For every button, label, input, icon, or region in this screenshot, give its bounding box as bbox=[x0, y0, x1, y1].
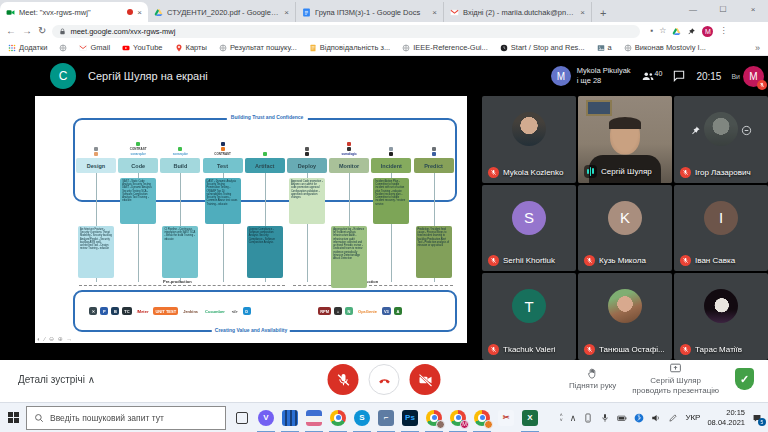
tool-badge: ✕ bbox=[89, 307, 97, 315]
volume-icon[interactable] bbox=[651, 413, 661, 423]
stage-header: Incident bbox=[371, 158, 411, 173]
pin-icon[interactable] bbox=[690, 122, 701, 140]
bookmark-10[interactable]: Виконав Mostoviy I... bbox=[624, 43, 706, 52]
bookmark-star-icon[interactable]: ☆ bbox=[659, 27, 666, 35]
tab-close-icon[interactable]: × bbox=[137, 8, 142, 17]
participant-name: Serhii Khortiuk bbox=[503, 256, 555, 265]
participants-count-button[interactable]: 40 bbox=[641, 69, 663, 83]
chat-button[interactable] bbox=[672, 69, 686, 83]
bookmark-4[interactable]: Карты bbox=[175, 43, 207, 52]
close-window-button[interactable]: × bbox=[738, 0, 768, 18]
stage-code: CONTRASTsonarqubeCodeSAST - Static Code … bbox=[117, 122, 159, 288]
chrome-icon bbox=[330, 410, 346, 426]
forward-icon[interactable]: → bbox=[22, 26, 32, 36]
taskbar-search-input[interactable]: Введіть пошуковий запит тут bbox=[26, 406, 226, 430]
tab-close-icon[interactable]: × bbox=[432, 8, 437, 17]
camera-toggle-button[interactable] bbox=[410, 364, 441, 395]
bookmark-1[interactable] bbox=[59, 44, 67, 52]
maximize-button[interactable]: ☐ bbox=[708, 0, 738, 18]
browser-tab-2[interactable]: Група ІПЗМ(з)-1 - Google Docs× bbox=[296, 2, 444, 22]
remove-from-layout-icon[interactable] bbox=[741, 122, 752, 140]
taskbar-app-snipping-tool[interactable]: ✂ bbox=[494, 403, 518, 432]
taskbar-app-floppy-app[interactable] bbox=[302, 403, 326, 432]
bookmark-5[interactable]: Результат пошуку... bbox=[219, 43, 297, 52]
stage-monitor: sumologicMonitorAggregation log - Eviden… bbox=[328, 122, 370, 288]
language-indicator[interactable]: УКР bbox=[685, 413, 700, 422]
antivirus-shield-icon[interactable]: ✓ bbox=[735, 368, 754, 390]
battery-icon[interactable] bbox=[617, 413, 627, 423]
taskbar-app-movie-app[interactable] bbox=[278, 403, 302, 432]
browser-tab-3[interactable]: Вхідні (2) - mariia.dutchak@pnu...× bbox=[444, 2, 592, 22]
back-icon[interactable]: ← bbox=[6, 26, 16, 36]
presenting-status[interactable]: Сергій Шулярпроводить презентацію bbox=[632, 362, 719, 396]
participant-tile-5[interactable]: IІван Савка bbox=[674, 185, 768, 272]
taskbar-app-remote-desktop-app[interactable]: ⌐ bbox=[374, 403, 398, 432]
browser-tab-1[interactable]: СТУДЕНТИ_2020.pdf - Google Д...× bbox=[148, 2, 296, 22]
bookmark-label: YouTube bbox=[133, 43, 162, 52]
taskbar-app-chrome[interactable] bbox=[326, 403, 350, 432]
browser-menu-icon[interactable]: ⋮ bbox=[719, 27, 727, 35]
bookmark-6[interactable]: Відповідальність з... bbox=[309, 43, 390, 52]
drive-extension-icon[interactable] bbox=[672, 27, 681, 36]
tool-badge: /Meter bbox=[135, 307, 151, 315]
bluetooth-icon[interactable] bbox=[634, 413, 644, 423]
participant-tile-8[interactable]: Тарас Матіїв bbox=[674, 273, 768, 360]
reload-icon[interactable]: ↻ bbox=[38, 26, 46, 36]
search-placeholder: Введіть пошуковий запит тут bbox=[50, 413, 164, 423]
taskbar-app-chrome-profile-2[interactable]: M bbox=[446, 403, 470, 432]
participant-tile-3[interactable]: SSerhii Khortiuk bbox=[482, 185, 576, 272]
stage-detail-box: Prediction / Incident feed cause - Proce… bbox=[416, 226, 452, 278]
bookmarks-overflow-icon[interactable]: » bbox=[755, 43, 760, 53]
muted-mic-icon bbox=[680, 167, 691, 178]
meeting-details-button[interactable]: Деталі зустрічі ∧ bbox=[18, 374, 95, 385]
minimize-button[interactable]: — bbox=[678, 0, 708, 18]
stage-deploy: DeployApproved Code promotion - Anyone c… bbox=[286, 122, 328, 288]
bookmark-8[interactable]: Start / Stop and Res... bbox=[500, 43, 585, 52]
browser-profile-avatar[interactable]: M bbox=[702, 26, 713, 37]
new-tab-button[interactable]: + bbox=[600, 7, 606, 19]
taskbar-app-chrome-profile-3[interactable] bbox=[470, 403, 494, 432]
taskbar-app-photoshop[interactable]: Ps bbox=[398, 403, 422, 432]
bookmark-9[interactable]: a bbox=[597, 43, 612, 52]
raise-hand-button[interactable]: Підняти руку bbox=[569, 367, 616, 391]
extensions-pin-icon[interactable] bbox=[687, 27, 696, 36]
participant-tile-7[interactable]: Танюша Остафі... bbox=[578, 273, 672, 360]
excel-icon: X bbox=[522, 410, 538, 426]
address-bar[interactable]: meet.google.com/xvx-rgws-mwj bbox=[52, 25, 640, 38]
stage-logos bbox=[76, 122, 116, 156]
bookmark-3[interactable]: YouTube bbox=[122, 43, 162, 52]
taskbar-app-chrome-profile-1[interactable] bbox=[422, 403, 446, 432]
tab-close-icon[interactable]: × bbox=[580, 8, 585, 17]
taskbar-app-skype[interactable]: S bbox=[350, 403, 374, 432]
taskbar-app-task-view[interactable] bbox=[230, 403, 254, 432]
participant-tile-1[interactable]: Сергій Шуляр bbox=[578, 96, 672, 183]
tile-name-row: Ігор Лазарович bbox=[680, 167, 751, 178]
bookmark-7[interactable]: IEEE-Reference-Gui... bbox=[402, 43, 488, 52]
bookmark-0[interactable]: Додатки bbox=[8, 43, 47, 52]
stage-detail-box: Aggregation log - Evidence for incident … bbox=[331, 226, 367, 288]
phone-link-icon[interactable] bbox=[583, 413, 593, 423]
tray-rows-toggle[interactable]: ˄˅ bbox=[560, 413, 563, 423]
participant-tile-0[interactable]: Mykola Kozlenko bbox=[482, 96, 576, 183]
pen-icon[interactable] bbox=[668, 413, 678, 423]
notification-center-button[interactable]: 5 bbox=[752, 413, 762, 423]
mic-toggle-button[interactable] bbox=[328, 364, 359, 395]
tile-name-row: Serhii Khortiuk bbox=[488, 255, 555, 266]
self-view[interactable]: Ви M bbox=[731, 66, 764, 87]
microphone-tray-icon[interactable] bbox=[600, 413, 610, 423]
tab-close-icon[interactable]: × bbox=[284, 8, 289, 17]
hidden-icons-chevron[interactable]: ∧ bbox=[570, 413, 577, 423]
taskbar-clock[interactable]: 20:1508.04.2021 bbox=[707, 408, 745, 428]
participant-photo-avatar bbox=[704, 289, 738, 323]
bookmark-2[interactable]: Gmail bbox=[79, 43, 110, 52]
participant-tile-4[interactable]: KКузь Микола bbox=[578, 185, 672, 272]
participant-tile-6[interactable]: TTkachuk Valeri bbox=[482, 273, 576, 360]
hang-up-button[interactable] bbox=[369, 364, 400, 395]
start-button[interactable] bbox=[0, 403, 26, 432]
stage-detail-box: DAST - Dynamic Analysis Security Testing… bbox=[205, 178, 241, 224]
taskbar-app-viber[interactable]: V bbox=[254, 403, 278, 432]
taskbar-app-excel[interactable]: X bbox=[518, 403, 542, 432]
browser-tab-0[interactable]: Meet: "xvx-rgws-mwj"× bbox=[0, 2, 148, 22]
participant-tile-2[interactable]: Ігор Лазарович bbox=[674, 96, 768, 183]
participants-pill[interactable]: M Mykola Pikulyak і ще 28 bbox=[551, 66, 631, 86]
